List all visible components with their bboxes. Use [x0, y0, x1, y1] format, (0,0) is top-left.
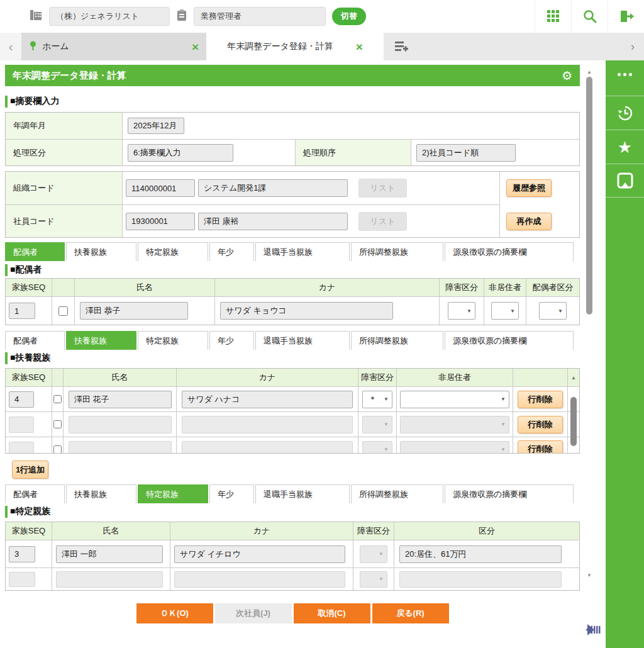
dep-kana-input[interactable]: [182, 391, 353, 408]
spec-kubun-input[interactable]: [399, 571, 562, 588]
gear-icon[interactable]: ⚙: [562, 70, 572, 82]
spouse-hikyoju-select[interactable]: ▼: [491, 302, 519, 320]
dep-checkbox[interactable]: [53, 395, 62, 403]
dep-scrollbar[interactable]: [567, 387, 579, 411]
tab-taishoku[interactable]: 退職手当親族: [255, 484, 350, 503]
tab-tokutei[interactable]: 特定親族: [138, 331, 208, 350]
tabs-scroll-left-icon[interactable]: ‹: [0, 33, 21, 60]
scroll-up-icon[interactable]: ▲: [585, 69, 594, 75]
scroll-down-icon[interactable]: ▼: [585, 573, 594, 579]
add-tab-icon[interactable]: [392, 33, 411, 60]
tab-haigusha[interactable]: 配偶者: [5, 484, 65, 503]
shori-kubun-input[interactable]: [128, 144, 233, 162]
tab-nencho-close-icon[interactable]: ×: [356, 41, 363, 53]
tab-tokutei[interactable]: 特定親族: [138, 484, 208, 503]
dep-name-input[interactable]: [69, 416, 172, 433]
spec-seq-input[interactable]: [9, 546, 35, 562]
main-scrollbar[interactable]: ▲ ▼: [585, 69, 594, 579]
tab-haigusha[interactable]: 配偶者: [5, 331, 65, 350]
search-icon[interactable]: [571, 0, 608, 33]
dep-kana-input[interactable]: [182, 441, 353, 454]
bookmark-panel-icon[interactable]: [606, 164, 644, 198]
spouse-kana-input[interactable]: [220, 302, 393, 320]
tab-tokutei[interactable]: 特定親族: [138, 242, 208, 261]
tab-shotoku[interactable]: 所得調整親族: [351, 242, 443, 261]
dep-kana-input[interactable]: [182, 416, 353, 433]
favorite-star-icon[interactable]: ★: [606, 130, 644, 164]
shori-junjo-input[interactable]: [416, 144, 516, 162]
tab-gensen[interactable]: 源泉徴収票の摘要欄: [445, 484, 574, 503]
ok-button[interactable]: ＯＫ(O): [136, 603, 213, 623]
dep-shogai-select[interactable]: ▼: [362, 416, 392, 433]
tab-taishoku[interactable]: 退職手当親族: [255, 331, 350, 350]
recreate-button[interactable]: 再作成: [506, 213, 552, 230]
shain-name-input[interactable]: [198, 213, 348, 230]
shain-code-input[interactable]: [126, 213, 195, 230]
tab-nensho[interactable]: 年少: [209, 484, 254, 503]
row-delete-button[interactable]: 行削除: [518, 440, 563, 454]
spec-seq-input[interactable]: [9, 572, 35, 587]
tab-shotoku[interactable]: 所得調整親族: [351, 484, 443, 503]
dep-checkbox[interactable]: [53, 420, 62, 428]
switch-button[interactable]: 切替: [332, 8, 366, 25]
back-button[interactable]: 戻る(R): [372, 603, 449, 623]
spouse-shogai-select[interactable]: ▼: [448, 302, 475, 320]
history-ref-button[interactable]: 履歴参照: [506, 179, 552, 197]
tab-taishoku[interactable]: 退職手当親族: [255, 242, 350, 261]
role-input[interactable]: [194, 7, 326, 26]
dep-hikyoju-select[interactable]: ▼: [400, 416, 509, 433]
spec-kana-input[interactable]: [174, 545, 345, 563]
apps-grid-icon[interactable]: [535, 0, 571, 33]
spouse-name-input[interactable]: [80, 302, 188, 320]
spec-kubun-input[interactable]: [399, 545, 562, 563]
dep-name-input[interactable]: [69, 441, 172, 454]
tab-nencho-active[interactable]: 年末調整データ登録・計算 ×: [206, 33, 384, 60]
tab-fuyo[interactable]: 扶養親族: [66, 484, 136, 503]
nencho-input[interactable]: [128, 118, 184, 134]
dep-seq-input[interactable]: [9, 416, 34, 433]
next-employee-button[interactable]: 次社員(J): [215, 603, 292, 623]
spec-shogai-select[interactable]: ▼: [360, 571, 387, 588]
tab-home[interactable]: ホーム ×: [21, 33, 206, 60]
dep-shogai-select[interactable]: ＊▼: [362, 391, 392, 408]
tab-nensho[interactable]: 年少: [209, 242, 254, 261]
spec-name-input[interactable]: [56, 571, 163, 588]
dep-checkbox[interactable]: [53, 445, 62, 454]
tab-gensen[interactable]: 源泉徴収票の摘要欄: [445, 331, 574, 350]
dep-name-input[interactable]: [69, 391, 172, 408]
spec-kana-input[interactable]: [174, 571, 345, 588]
soshiki-name-input[interactable]: [198, 179, 348, 197]
spec-name-input[interactable]: [56, 545, 163, 563]
dep-shogai-select[interactable]: ▼: [362, 441, 392, 454]
tab-gensen[interactable]: 源泉徴収票の摘要欄: [445, 242, 574, 261]
logout-icon[interactable]: [608, 0, 644, 33]
dep-hikyoju-select[interactable]: ▼: [400, 391, 509, 408]
spouse-checkbox[interactable]: [58, 306, 68, 316]
dep-seq-input[interactable]: [9, 442, 34, 454]
tab-fuyo[interactable]: 扶養親族: [66, 242, 136, 261]
soshiki-list-button[interactable]: リスト: [358, 179, 407, 198]
soshiki-code-input[interactable]: [126, 179, 195, 197]
dep-seq-input[interactable]: [9, 391, 34, 408]
dep-hikyoju-select[interactable]: ▼: [400, 441, 509, 454]
shain-list-button[interactable]: リスト: [358, 212, 407, 231]
spouse-kubun-select[interactable]: ▼: [539, 302, 567, 320]
tabs-scroll-right-icon[interactable]: ›: [621, 33, 644, 60]
row-delete-button[interactable]: 行削除: [518, 416, 563, 433]
tab-shotoku[interactable]: 所得調整親族: [351, 331, 443, 350]
cancel-button[interactable]: 取消(C): [294, 603, 370, 623]
more-menu-icon[interactable]: [606, 60, 644, 89]
tab-fuyo[interactable]: 扶養親族: [66, 331, 136, 350]
tab-home-close-icon[interactable]: ×: [192, 41, 199, 53]
spec-shogai-select[interactable]: ▼: [360, 545, 387, 563]
history-icon[interactable]: [606, 96, 644, 130]
add-row-button[interactable]: 1行追加: [12, 461, 48, 479]
dep-scroll-thumb[interactable]: [570, 397, 577, 446]
scroll-thumb[interactable]: [586, 77, 592, 315]
dep-scroll-up-icon[interactable]: ▲: [567, 369, 579, 386]
collapse-panel-icon[interactable]: [585, 623, 604, 639]
company-input[interactable]: [49, 7, 170, 26]
tab-nensho[interactable]: 年少: [209, 331, 254, 350]
row-delete-button[interactable]: 行削除: [518, 391, 563, 408]
tab-haigusha[interactable]: 配偶者: [5, 242, 65, 261]
